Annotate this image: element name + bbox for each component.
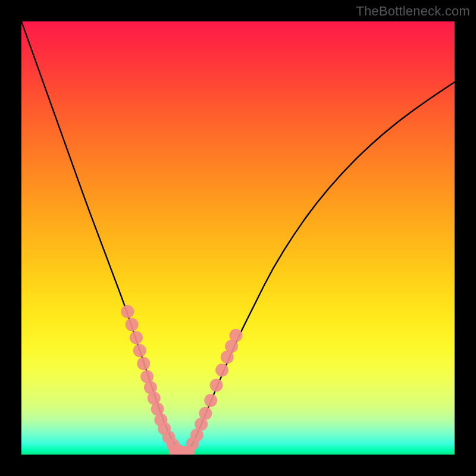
data-marker xyxy=(210,379,223,392)
curve-line xyxy=(21,21,455,452)
chart-container: TheBottleneck.com xyxy=(0,0,476,476)
data-marker xyxy=(133,344,146,357)
data-marker xyxy=(130,331,143,344)
plot-area xyxy=(21,21,455,455)
data-marker xyxy=(215,364,228,377)
data-marker xyxy=(126,318,139,331)
data-marker xyxy=(199,407,212,420)
data-marker xyxy=(121,305,134,318)
data-marker xyxy=(204,394,217,407)
watermark-text: TheBottleneck.com xyxy=(356,4,470,19)
data-marker xyxy=(229,329,242,342)
data-marker xyxy=(137,357,150,370)
bottleneck-chart xyxy=(21,21,455,455)
